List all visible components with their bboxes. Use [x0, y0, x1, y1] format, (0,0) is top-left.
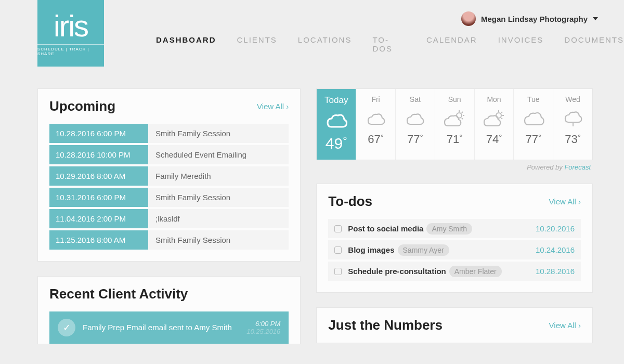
todos-panel: To-dos View All Post to social mediaAmy … — [316, 184, 593, 293]
todos-title: To-dos — [328, 193, 372, 210]
avatar — [461, 11, 476, 26]
nav-clients[interactable]: CLIENTS — [237, 35, 277, 53]
upcoming-row[interactable]: 10.28.2016 10:00 PMScheduled Event Email… — [49, 145, 289, 164]
weather-label: Mon — [477, 95, 512, 103]
weather-day: Mon74 — [474, 89, 514, 160]
weather-temp: 73 — [555, 133, 590, 146]
weather-partly-icon — [398, 107, 433, 133]
upcoming-event: ;lkasldf — [148, 209, 289, 228]
upcoming-row[interactable]: 10.31.2016 6:00 PMSmith Family Session — [49, 188, 289, 207]
activity-text: Family Prep Email email sent to Amy Smit… — [83, 322, 239, 333]
upcoming-date: 11.04.2016 2:00 PM — [49, 209, 148, 228]
upcoming-date: 10.29.2016 8:00 AM — [49, 166, 148, 186]
caret-down-icon — [593, 17, 598, 20]
weather-cloud-icon — [319, 109, 354, 135]
todo-row[interactable]: Blog imagesSammy Ayer10.24.2016 — [328, 240, 581, 259]
weather-credit: Powered by Forecast — [316, 163, 593, 171]
weather-day: Tue77 — [513, 89, 553, 160]
weather-temp: 77 — [516, 133, 551, 146]
main-nav: DASHBOARDCLIENTSLOCATIONSTO-DOSCALENDARI… — [156, 35, 624, 53]
upcoming-event: Smith Family Session — [148, 124, 289, 143]
weather-temp: 49 — [319, 135, 354, 152]
weather-label: Wed — [555, 95, 590, 103]
weather-day: Fri67 — [356, 89, 395, 160]
todo-text: Post to social mediaAmy Smith — [348, 224, 529, 233]
svg-line-3 — [462, 112, 463, 113]
nav-dashboard[interactable]: DASHBOARD — [156, 35, 216, 53]
upcoming-row[interactable]: 10.29.2016 8:00 AMFamily Meredith — [49, 166, 289, 186]
weather-label: Sat — [398, 95, 433, 103]
svg-line-9 — [501, 118, 502, 119]
upcoming-row[interactable]: 11.25.2016 8:00 AMSmith Family Session — [49, 230, 289, 250]
weather-label: Today — [319, 95, 354, 106]
numbers-title: Just the Numbers — [328, 317, 443, 333]
weather-partly-sun-icon — [477, 107, 512, 133]
upcoming-event: Smith Family Session — [148, 230, 289, 250]
numbers-viewall[interactable]: View All — [549, 321, 581, 330]
upcoming-date: 10.31.2016 6:00 PM — [49, 188, 148, 207]
account-menu[interactable]: Megan Lindsay Photography — [461, 11, 598, 26]
todo-row[interactable]: Schedule pre-consultationAmber Flater10.… — [328, 262, 581, 281]
upcoming-date: 11.25.2016 8:00 AM — [49, 230, 148, 250]
todo-client-badge: Sammy Ayer — [398, 244, 449, 256]
weather-partly-icon — [358, 107, 393, 133]
todos-viewall[interactable]: View All — [549, 197, 581, 206]
upcoming-event: Smith Family Session — [148, 188, 289, 207]
todo-checkbox[interactable] — [334, 225, 342, 232]
check-icon: ✓ — [58, 319, 75, 336]
numbers-panel: Just the Numbers View All — [316, 307, 593, 343]
logo-text: iris — [54, 11, 88, 41]
activity-title: Recent Client Activity — [49, 286, 188, 302]
activity-panel: Recent Client Activity ✓ Family Prep Ema… — [37, 276, 301, 344]
upcoming-date: 10.28.2016 10:00 PM — [49, 145, 148, 164]
weather-partly-sun-icon — [437, 107, 472, 133]
forecast-link[interactable]: Forecast — [564, 163, 591, 171]
nav-to-dos[interactable]: TO-DOS — [372, 35, 406, 53]
weather-temp: 67 — [358, 133, 393, 146]
todo-row[interactable]: Post to social mediaAmy Smith10.20.2016 — [328, 219, 581, 238]
weather-day: Wed73 — [553, 89, 592, 160]
upcoming-event: Family Meredith — [148, 166, 289, 186]
weather-day: Sun71 — [435, 89, 474, 160]
weather-day: Sat77 — [395, 89, 435, 160]
logo[interactable]: iris SCHEDULE | TRACK | SHARE — [37, 0, 104, 67]
todo-text: Blog imagesSammy Ayer — [348, 245, 529, 254]
weather-temp: 74 — [477, 133, 512, 146]
upcoming-viewall[interactable]: View All — [257, 102, 289, 111]
svg-line-8 — [501, 112, 502, 113]
weather-panel: Today49Fri67Sat77Sun71Mon74Tue77Wed73 — [316, 88, 593, 160]
todo-checkbox[interactable] — [334, 246, 342, 254]
activity-item[interactable]: ✓ Family Prep Email email sent to Amy Sm… — [49, 311, 289, 344]
todo-checkbox[interactable] — [334, 268, 342, 275]
svg-line-4 — [462, 118, 463, 119]
todo-text: Schedule pre-consultationAmber Flater — [348, 267, 529, 276]
upcoming-row[interactable]: 10.28.2016 6:00 PMSmith Family Session — [49, 124, 289, 143]
nav-documents[interactable]: DOCUMENTS — [564, 35, 624, 53]
todo-client-badge: Amber Flater — [449, 266, 502, 277]
upcoming-row[interactable]: 11.04.2016 2:00 PM;lkasldf — [49, 209, 289, 228]
nav-invoices[interactable]: INVOICES — [498, 35, 544, 53]
weather-label: Sun — [437, 95, 472, 103]
weather-day: Today49 — [317, 89, 356, 160]
logo-tagline: SCHEDULE | TRACK | SHARE — [37, 44, 104, 56]
nav-calendar[interactable]: CALENDAR — [426, 35, 477, 53]
weather-label: Tue — [516, 95, 551, 103]
activity-meta: 6:00 PM 10.25.2016 — [246, 320, 280, 335]
upcoming-date: 10.28.2016 6:00 PM — [49, 124, 148, 143]
weather-label: Fri — [358, 95, 393, 103]
weather-temp: 77 — [398, 133, 433, 146]
weather-cloud-icon — [516, 107, 551, 133]
nav-locations[interactable]: LOCATIONS — [298, 35, 352, 53]
upcoming-panel: Upcoming View All 10.28.2016 6:00 PMSmit… — [37, 88, 301, 262]
upcoming-title: Upcoming — [49, 98, 115, 114]
weather-rain-icon — [555, 107, 590, 133]
todo-date: 10.24.2016 — [536, 245, 575, 254]
todo-date: 10.28.2016 — [536, 267, 575, 276]
upcoming-event: Scheduled Event Emailing — [148, 145, 289, 164]
todo-client-badge: Amy Smith — [426, 223, 472, 235]
weather-temp: 71 — [437, 133, 472, 146]
account-name: Megan Lindsay Photography — [481, 15, 588, 23]
todo-date: 10.20.2016 — [536, 224, 575, 233]
